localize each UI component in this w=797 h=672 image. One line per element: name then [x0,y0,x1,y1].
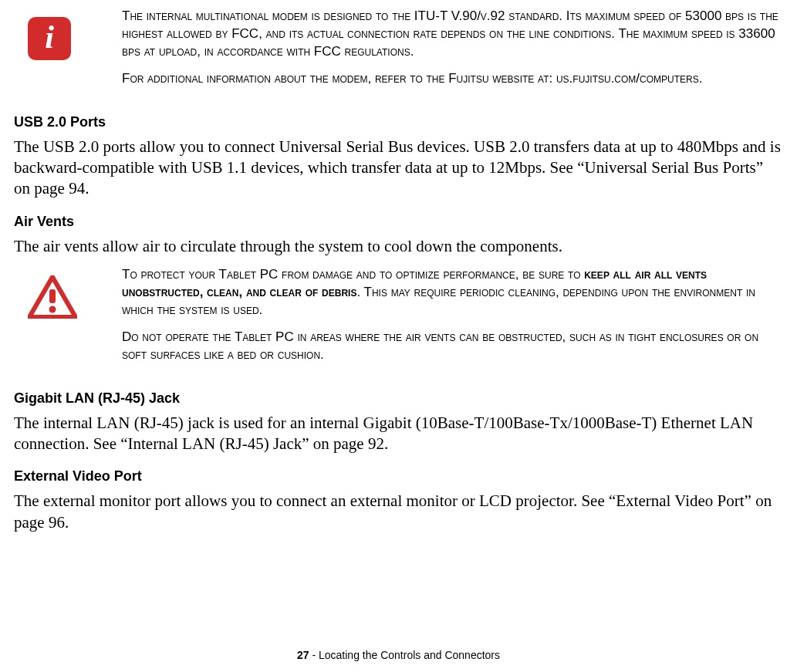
warn-p1-a: To protect your Tablet PC from damage an… [122,267,584,282]
svg-point-1 [49,306,56,312]
info-text: The internal multinational modem is desi… [122,8,783,97]
lan-body: The internal LAN (RJ-45) jack is used fo… [14,413,783,455]
info-callout: i The internal multinational modem is de… [14,8,783,97]
video-body: The external monitor port allows you to … [14,491,783,533]
warning-icon-column [14,266,122,322]
footer-title: Locating the Controls and Connectors [319,649,500,661]
document-page: i The internal multinational modem is de… [0,0,797,672]
warning-paragraph-1: To protect your Tablet PC from damage an… [122,266,783,319]
page-number: 27 [297,649,309,661]
air-vents-heading: Air Vents [14,214,783,230]
warning-paragraph-2: Do not operate the Tablet PC in areas wh… [122,329,783,364]
video-heading: External Video Port [14,468,783,485]
warning-icon [28,275,77,322]
info-glyph: i [45,21,54,53]
info-icon-column: i [14,8,122,60]
usb-heading: USB 2.0 Ports [14,114,783,130]
info-paragraph-2: For additional information about the mod… [122,70,783,88]
air-vents-body: The air vents allow air to circulate thr… [14,236,783,257]
usb-body: The USB 2.0 ports allow you to connect U… [14,137,783,200]
lan-heading: Gigabit LAN (RJ-45) Jack [14,390,783,407]
warning-callout: To protect your Tablet PC from damage an… [14,266,783,373]
warning-text: To protect your Tablet PC from damage an… [122,266,783,373]
svg-rect-0 [49,289,56,303]
page-footer: 27 - Locating the Controls and Connector… [0,649,797,661]
info-paragraph-1: The internal multinational modem is desi… [122,8,783,61]
footer-sep: - [309,649,319,661]
info-icon: i [28,17,71,60]
